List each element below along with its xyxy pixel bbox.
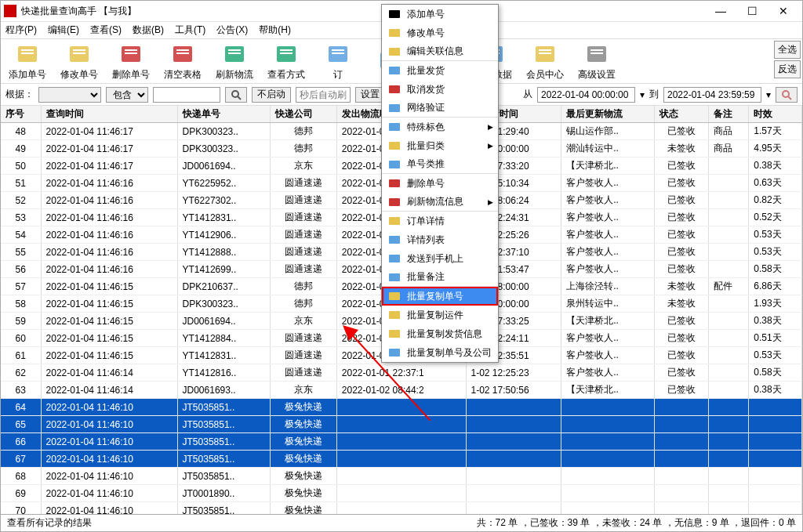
cell <box>561 451 655 468</box>
context-menu-item[interactable]: 批量复制发货信息 <box>382 324 498 343</box>
cell: 68 <box>1 468 41 485</box>
cell: 58 <box>1 295 41 313</box>
menu-item[interactable]: 编辑(E) <box>48 24 79 37</box>
toolbar-order[interactable]: 订 <box>316 42 360 81</box>
cell: 【天津桥北.. <box>561 313 655 330</box>
cell: 客户签收人.. <box>561 330 655 347</box>
menu-item-label: 批量复制运件 <box>407 309 463 322</box>
svg-rect-19 <box>332 49 344 51</box>
menu-item-label: 批量备注 <box>407 270 445 284</box>
calendar-icon[interactable]: ▾ <box>766 89 771 100</box>
app-icon <box>4 5 16 17</box>
menu-item[interactable]: 公告(X) <box>216 24 248 37</box>
cell <box>561 433 655 451</box>
context-menu-item[interactable]: 批量备注 <box>382 268 498 287</box>
menu-item[interactable]: 帮助(H) <box>259 24 291 37</box>
menu-item[interactable]: 查看(S) <box>90 24 122 37</box>
context-menu-item[interactable]: 刷新物流信息 <box>382 193 498 212</box>
table-row[interactable]: 682022-01-04 11:46:10JT5035851..极兔快递 <box>1 468 802 485</box>
menu-item[interactable]: 数据(B) <box>133 24 164 37</box>
context-menu-item[interactable]: 发送到手机上 <box>382 249 498 268</box>
date-to-input[interactable] <box>663 87 761 103</box>
calendar-icon[interactable]: ▾ <box>640 89 645 100</box>
cell: 0.53天 <box>749 347 802 364</box>
column-header[interactable]: 最后更新物流 <box>561 106 655 123</box>
context-menu-item[interactable]: 编辑关联信息 <box>382 42 498 61</box>
cell: 极兔快递 <box>270 451 336 468</box>
toolbar-member[interactable]: 会员中心 <box>523 42 567 81</box>
cell: 德邦 <box>270 123 336 140</box>
toolbar-edit[interactable]: 修改单号 <box>57 42 101 81</box>
toolbar-settings[interactable]: 高级设置 <box>575 42 619 81</box>
cell: 泉州转运中.. <box>561 295 655 313</box>
context-menu-item[interactable]: 添加单号 <box>382 5 498 24</box>
column-header[interactable]: 快递单号 <box>177 106 270 123</box>
cell <box>336 433 466 451</box>
context-menu-item[interactable]: 批量复制单号 <box>382 287 498 306</box>
search-date-button[interactable] <box>776 87 798 103</box>
cell <box>655 485 709 502</box>
context-menu-item[interactable]: 取消发货 <box>382 80 498 99</box>
cell: 客户签收人.. <box>561 175 655 192</box>
cell <box>466 451 561 468</box>
toolbar-add[interactable]: 添加单号 <box>5 42 49 81</box>
context-menu-item[interactable]: 修改单号 <box>382 24 498 42</box>
context-menu-item[interactable]: 特殊标色 <box>382 118 498 136</box>
no-start-button[interactable]: 不启动 <box>252 87 291 103</box>
table-row[interactable]: 632022-01-04 11:46:14JD0061693..京东2022-0… <box>1 382 802 399</box>
cell: 客户签收人.. <box>561 226 655 244</box>
toolbar-refresh[interactable]: 刷新物流 <box>213 42 256 81</box>
context-menu-item[interactable]: 删除单号 <box>382 174 498 193</box>
table-row[interactable]: 662022-01-04 11:46:10JT5035851..极兔快递 <box>1 433 802 451</box>
filter-value-input[interactable] <box>153 87 220 103</box>
cell: 【天津桥北.. <box>561 382 655 399</box>
filter-field-select[interactable] <box>38 87 101 103</box>
minimize-button[interactable]: — <box>705 2 736 20</box>
cell: 2022-01-04 11:46:15 <box>41 278 177 295</box>
context-menu-item[interactable]: 单号类推 <box>382 155 498 174</box>
column-header[interactable]: 状态 <box>655 106 709 123</box>
context-menu-item[interactable]: 批量归类 <box>382 136 498 155</box>
auto-refresh-input[interactable] <box>296 87 351 103</box>
column-header[interactable]: 快递公司 <box>270 106 336 123</box>
context-menu-item[interactable]: 详情列表 <box>382 230 498 249</box>
cell: 锡山运作部.. <box>561 123 655 140</box>
column-header[interactable]: 序号 <box>1 106 41 123</box>
toolbar-clear[interactable]: 清空表格 <box>161 42 205 81</box>
column-header[interactable]: 查询时间 <box>41 106 177 123</box>
column-header[interactable]: 备注 <box>708 106 749 123</box>
close-button[interactable]: ✕ <box>768 2 799 20</box>
menu-item[interactable]: 工具(T) <box>175 24 205 37</box>
cell: 已签收 <box>655 261 709 278</box>
cell <box>708 192 749 209</box>
invert-select-button[interactable]: 反选 <box>774 60 801 78</box>
cell: 2022-01-04 11:46:17 <box>41 123 177 140</box>
context-menu-item[interactable]: 网络验证 <box>382 99 498 118</box>
context-menu-item[interactable]: 订单详情 <box>382 212 498 230</box>
delete-icon <box>118 42 144 67</box>
toolbar-view[interactable]: 查看方式 <box>264 42 308 81</box>
table-row[interactable]: 702022-01-04 11:46:10JT5035851..极兔快递 <box>1 502 802 515</box>
column-header[interactable]: 时效 <box>749 106 802 123</box>
status-left: 查看所有记录的结果 <box>7 516 92 530</box>
date-from-input[interactable] <box>537 87 635 103</box>
table-row[interactable]: 622022-01-04 11:46:14YT1412816..圆通速递2022… <box>1 364 802 382</box>
filter-op-select[interactable]: 包含 <box>106 87 148 103</box>
cell: JT5035851.. <box>177 502 270 515</box>
table-row[interactable]: 642022-01-04 11:46:10JT5035851..极兔快递 <box>1 399 802 416</box>
maximize-button[interactable]: ☐ <box>736 2 768 20</box>
menu-item[interactable]: 程序(P) <box>5 24 37 37</box>
cell <box>466 485 561 502</box>
toolbar-delete[interactable]: 删除单号 <box>109 42 153 81</box>
context-menu-item[interactable]: 批量复制单号及公司 <box>382 343 498 362</box>
search-button[interactable] <box>225 87 247 103</box>
context-menu-item[interactable]: 批量发货 <box>382 61 498 80</box>
cell <box>561 502 655 515</box>
cell <box>749 433 802 451</box>
table-row[interactable]: 692022-01-04 11:46:10JT0001890..极兔快递 <box>1 485 802 502</box>
cell <box>708 295 749 313</box>
table-row[interactable]: 652022-01-04 11:46:10JT5035851..极兔快递 <box>1 416 802 433</box>
select-all-button[interactable]: 全选 <box>774 41 801 59</box>
context-menu-item[interactable]: 批量复制运件 <box>382 306 498 324</box>
table-row[interactable]: 672022-01-04 11:46:10JT5035851..极兔快递 <box>1 451 802 468</box>
